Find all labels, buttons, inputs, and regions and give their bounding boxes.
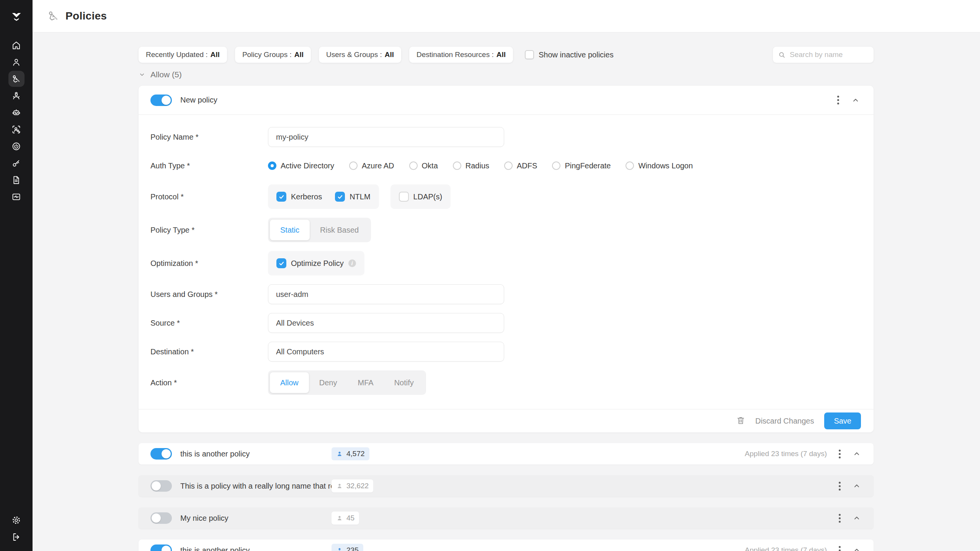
sidebar-item-enforcement[interactable] [8,138,24,154]
policy-row[interactable]: this is another policy 235 Applied 23 ti… [139,540,874,551]
app-logo[interactable] [0,0,33,33]
policy-enabled-toggle[interactable] [150,448,172,460]
policy-name-input[interactable] [268,127,504,147]
user-count-badge: 4,572 [332,447,369,460]
destination-input[interactable] [268,342,504,362]
optimization-row: Optimization * Optimize Policy i [150,251,858,276]
filter-chip-policy-groups[interactable]: Policy Groups :All [235,47,311,63]
more-options-button[interactable] [837,448,843,460]
optimize-policy-checkbox[interactable]: Optimize Policy [276,258,344,268]
auth-option-radius[interactable]: Radius [453,161,489,170]
more-options-button[interactable] [837,512,843,525]
action-deny[interactable]: Deny [309,372,348,393]
radio-unchecked-icon [453,161,461,170]
filter-chip-users-groups[interactable]: Users & Groups :All [319,47,401,63]
search-input[interactable] [790,51,869,59]
collapse-button[interactable] [853,450,861,458]
more-options-button[interactable] [835,94,841,106]
applied-count: Applied 23 times (7 days) [745,450,827,458]
info-icon[interactable]: i [348,259,356,267]
radio-unchecked-icon [504,161,513,170]
collapse-button[interactable] [853,482,861,490]
policy-row[interactable]: this is another policy 4,572 Applied 23 … [139,443,874,465]
sidebar-item-home[interactable] [8,37,24,53]
auth-option-okta[interactable]: Okta [409,161,438,170]
user-scan-icon [11,124,21,135]
collapse-button[interactable] [853,546,861,551]
action-mfa[interactable]: MFA [348,372,384,393]
policy-enabled-toggle[interactable] [150,544,172,551]
sidebar-nav [8,37,24,205]
auth-option-windows-logon[interactable]: Windows Logon [626,161,693,170]
filter-chip-recently-updated[interactable]: Recently Updated :All [139,47,227,63]
main-panel: Recently Updated :All Policy Groups :All… [33,33,980,551]
policy-row[interactable]: My nice policy 45 [139,507,874,529]
radio-unchecked-icon [552,161,560,170]
policy-type-risk-based[interactable]: Risk Based [310,220,369,240]
collapse-button[interactable] [853,514,861,522]
discard-changes-button[interactable]: Discard Changes [755,417,814,425]
check-icon [337,194,343,200]
bot-icon [11,108,21,118]
sidebar-item-access-keys[interactable] [8,155,24,171]
sidebar-item-policies[interactable] [8,71,24,87]
policy-row-actions [827,480,861,492]
more-options-button[interactable] [837,544,843,551]
delete-policy-button[interactable] [735,416,746,426]
policy-row-actions: Applied 23 times (7 days) [745,544,861,551]
users-groups-label: Users and Groups * [150,290,268,299]
sidebar-item-identity-discovery[interactable] [8,121,24,137]
policy-name-label: Policy Name * [150,133,268,142]
sidebar-item-reports[interactable] [8,172,24,188]
auth-type-options: Active Directory Azure AD Okta Radius AD… [268,161,693,170]
radio-unchecked-icon [626,161,634,170]
save-button[interactable]: Save [824,412,861,429]
protocol-row: Protocol * Kerberos NTLM LDAP(s) [150,184,858,209]
show-inactive-policies-checkbox[interactable]: Show inactive policies [525,50,614,59]
policy-type-static[interactable]: Static [270,220,310,240]
sidebar-item-logout[interactable] [8,529,24,545]
collapse-button[interactable] [851,96,860,104]
search-box[interactable] [773,47,874,63]
action-notify[interactable]: Notify [384,372,424,393]
user-count-badge: 235 [332,544,363,551]
policy-enabled-toggle[interactable] [150,512,172,524]
filter-chip-destination-resources[interactable]: Destination Resources :All [409,47,513,63]
source-label: Source * [150,319,268,328]
action-label: Action * [150,378,268,387]
more-options-button[interactable] [837,480,843,492]
policy-name: this is another policy [180,546,332,551]
chevron-up-icon [853,514,861,522]
sidebar-item-monitoring[interactable] [8,189,24,205]
protocol-group-kerberos-ntlm: Kerberos NTLM [268,184,379,209]
sidebar-item-service-accounts[interactable] [8,104,24,121]
policy-enabled-toggle[interactable] [150,95,172,106]
chevron-up-icon [851,96,860,104]
users-groups-input[interactable] [268,284,504,304]
auth-option-active-directory[interactable]: Active Directory [268,161,334,170]
checkbox-unchecked-icon[interactable] [525,50,534,59]
protocol-ldap-checkbox[interactable]: LDAP(s) [399,192,443,202]
protocol-kerberos-checkbox[interactable]: Kerberos [276,192,322,202]
action-allow[interactable]: Allow [270,372,309,393]
sidebar-bottom [8,512,24,545]
trash-icon [736,416,746,425]
auth-option-pingfederate[interactable]: PingFederate [552,161,611,170]
policy-enabled-toggle[interactable] [150,480,172,492]
sidebar-item-settings[interactable] [8,512,24,528]
user-count-badge: 45 [332,512,359,525]
sidebar-item-users[interactable] [8,54,24,70]
auth-option-adfs[interactable]: ADFS [504,161,537,170]
protocol-group-ldap: LDAP(s) [390,184,451,209]
auth-option-azure-ad[interactable]: Azure AD [349,161,394,170]
policy-row[interactable]: This is a policy with a really long name… [139,475,874,497]
group-header-allow[interactable]: Allow (5) [139,68,874,81]
editor-header-actions [835,94,860,106]
checkbox-checked-icon [276,192,286,202]
source-input[interactable] [268,313,504,333]
person-icon [336,483,343,489]
sidebar-item-admins[interactable] [8,88,24,104]
policy-type-segmented: Static Risk Based [268,218,371,242]
users-groups-row: Users and Groups * [150,284,858,304]
protocol-ntlm-checkbox[interactable]: NTLM [335,192,370,202]
